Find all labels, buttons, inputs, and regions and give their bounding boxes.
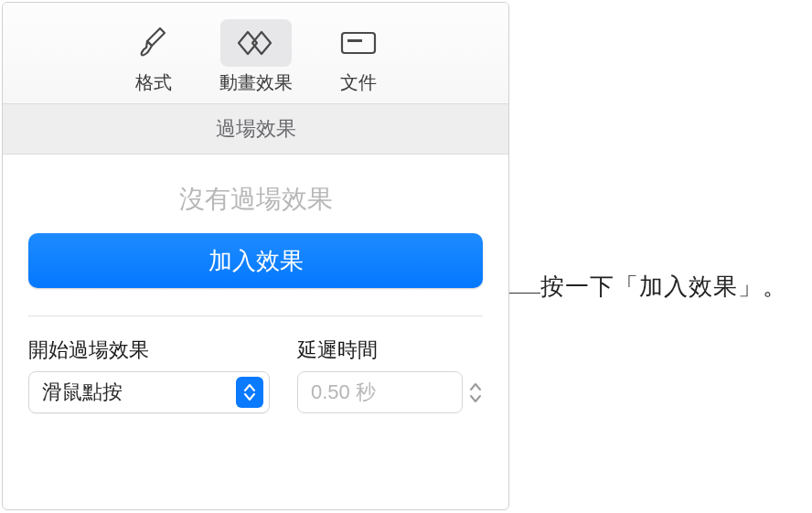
inspector-panel: 格式 動畫效果 文件 過場效果 沒有過場效果 加入效	[2, 2, 509, 510]
delay-label: 延遲時間	[297, 337, 483, 364]
toolbar-document-label: 文件	[340, 70, 377, 95]
toolbar-animation-label: 動畫效果	[219, 70, 293, 95]
slide-icon	[338, 28, 379, 58]
callout-line	[509, 293, 540, 294]
toolbar-document[interactable]: 文件	[317, 19, 400, 95]
tab-transitions[interactable]: 過場效果	[216, 115, 296, 143]
stepper-down-icon[interactable]	[468, 393, 483, 404]
start-transition-popup[interactable]: 滑鼠點按	[28, 371, 270, 413]
delay-input[interactable]: 0.50 秒	[297, 371, 463, 413]
toolbar: 格式 動畫效果 文件	[3, 3, 508, 103]
settings-row: 開始過場效果 滑鼠點按 延遲時間 0.50 秒	[28, 337, 483, 413]
brush-icon	[137, 26, 170, 60]
diamond-icon	[234, 27, 278, 59]
start-transition-value: 滑鼠點按	[42, 379, 236, 406]
delay-stepper[interactable]: 0.50 秒	[297, 371, 483, 413]
start-transition-label: 開始過場效果	[28, 337, 270, 364]
stepper-up-icon[interactable]	[468, 381, 483, 392]
tab-bar: 過場效果	[3, 103, 508, 155]
callout-text: 按一下「加入效果」。	[540, 271, 787, 303]
toolbar-format[interactable]: 格式	[112, 19, 195, 95]
svg-rect-0	[342, 33, 375, 53]
delay-unit: 秒	[356, 379, 376, 406]
delay-field: 延遲時間 0.50 秒	[297, 337, 483, 413]
svg-rect-1	[347, 39, 362, 42]
callout: 按一下「加入效果」。	[509, 271, 787, 303]
delay-value: 0.50	[311, 380, 350, 404]
divider	[28, 315, 483, 316]
toolbar-animation[interactable]: 動畫效果	[215, 19, 297, 95]
updown-icon	[236, 377, 263, 408]
start-transition-field: 開始過場效果 滑鼠點按	[28, 337, 270, 413]
toolbar-format-label: 格式	[135, 70, 172, 95]
add-effect-button[interactable]: 加入效果	[28, 233, 483, 288]
content-area: 沒有過場效果 加入效果 開始過場效果 滑鼠點按 延遲時間 0.50	[3, 155, 508, 413]
no-effect-label: 沒有過場效果	[28, 182, 483, 217]
